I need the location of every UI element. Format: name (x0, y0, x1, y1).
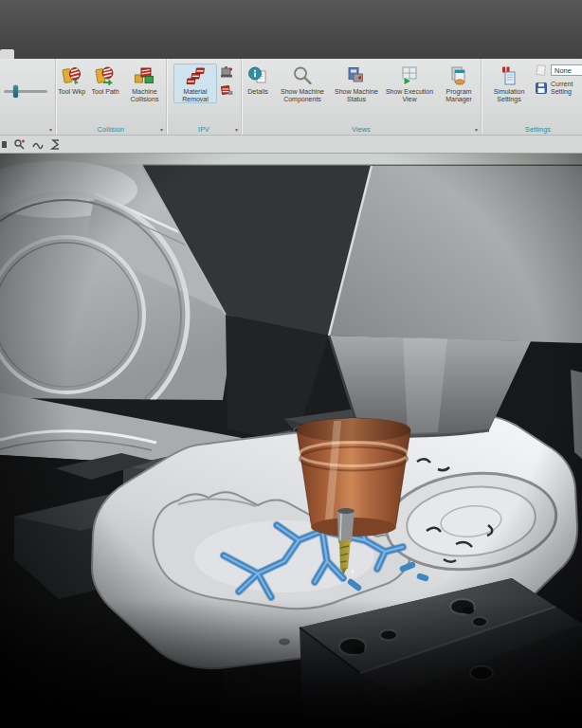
ipv-option-icon-1[interactable] (219, 64, 234, 80)
magnifier-icon (291, 64, 314, 87)
quick-toolbar (0, 136, 582, 154)
button-label: Machine Collisions (123, 88, 166, 102)
group-launcher-icon[interactable]: ▾ (235, 127, 238, 133)
toolpath-collision-icon (94, 64, 117, 87)
machine-status-icon (345, 64, 368, 87)
material-removal-button[interactable]: Material Removal (173, 64, 217, 103)
quick-icon-2[interactable] (13, 138, 26, 151)
tool-workpiece-collision-icon (61, 64, 83, 87)
ribbon-group-settings: Simulation Settings None Current Setting (482, 59, 582, 135)
group-label: Collision (56, 126, 166, 133)
group-launcher-icon[interactable]: ▾ (49, 127, 52, 133)
save-icon[interactable] (535, 82, 548, 95)
bottom-fade (0, 599, 582, 728)
machine-collisions-icon (133, 64, 155, 87)
machine-collisions-button[interactable]: Machine Collisions (123, 64, 166, 103)
button-label: Show Machine Components (276, 88, 329, 102)
simulation-settings-button[interactable]: Simulation Settings (487, 64, 531, 103)
ribbon-toolbar: ▾ Tool Wkp Tool Path (0, 59, 582, 136)
program-manager-icon (447, 64, 470, 87)
current-setting-label: Current Setting (551, 81, 582, 95)
quick-icon-4[interactable] (49, 138, 62, 151)
quick-icon-3[interactable] (31, 138, 44, 151)
simulation-settings-icon (498, 64, 520, 87)
group-label: IPV (167, 126, 241, 133)
collapsed-tab[interactable] (0, 49, 14, 59)
button-label: Simulation Settings (487, 88, 531, 102)
tool-wkp-button[interactable]: Tool Wkp (56, 64, 87, 97)
button-label: Material Removal (174, 88, 216, 102)
machine-simulation-scene (0, 154, 582, 728)
app-window: { "ribbon": { "launcher_glyph": "▾", "sl… (0, 0, 582, 728)
button-label: Tool Path (92, 88, 119, 96)
group-launcher-icon[interactable]: ▾ (475, 127, 478, 133)
button-label: Program Manager (437, 88, 481, 102)
material-removal-icon (184, 64, 207, 87)
tool-path-button[interactable]: Tool Path (89, 64, 120, 97)
execution-view-icon (398, 64, 421, 87)
group-label: Settings (482, 126, 582, 133)
button-label: Show Machine Status (331, 88, 382, 102)
button-label: Show Execution View (384, 88, 435, 102)
simulation-speed-cell: ▾ (0, 59, 56, 135)
details-icon (246, 64, 269, 87)
show-execution-view-button[interactable]: Show Execution View (384, 64, 435, 103)
ribbon-group-ipv: Material Removal IPV ▾ (167, 59, 242, 135)
ribbon-group-collision: Tool Wkp Tool Path Machine Colli (56, 59, 167, 135)
ribbon-group-views: Details Show Machine Components Show Mac… (242, 59, 482, 135)
window-top-bar (0, 0, 582, 59)
quick-icon-1[interactable] (2, 138, 8, 151)
ipv-option-icon-2[interactable] (219, 82, 234, 97)
show-machine-components-button[interactable]: Show Machine Components (276, 64, 329, 103)
slider-handle[interactable] (13, 85, 18, 98)
button-label: Tool Wkp (58, 88, 85, 96)
simulation-speed-slider[interactable] (4, 90, 47, 93)
group-label: Views (242, 126, 481, 133)
group-launcher-icon[interactable]: ▾ (160, 127, 163, 133)
simulation-viewport[interactable] (0, 154, 582, 728)
button-label: Details (247, 88, 267, 96)
program-manager-button[interactable]: Program Manager (437, 64, 481, 103)
details-button[interactable]: Details (242, 64, 274, 97)
setting-doc-icon (535, 64, 548, 77)
show-machine-status-button[interactable]: Show Machine Status (331, 64, 382, 103)
current-setting-dropdown[interactable]: None (551, 64, 582, 76)
